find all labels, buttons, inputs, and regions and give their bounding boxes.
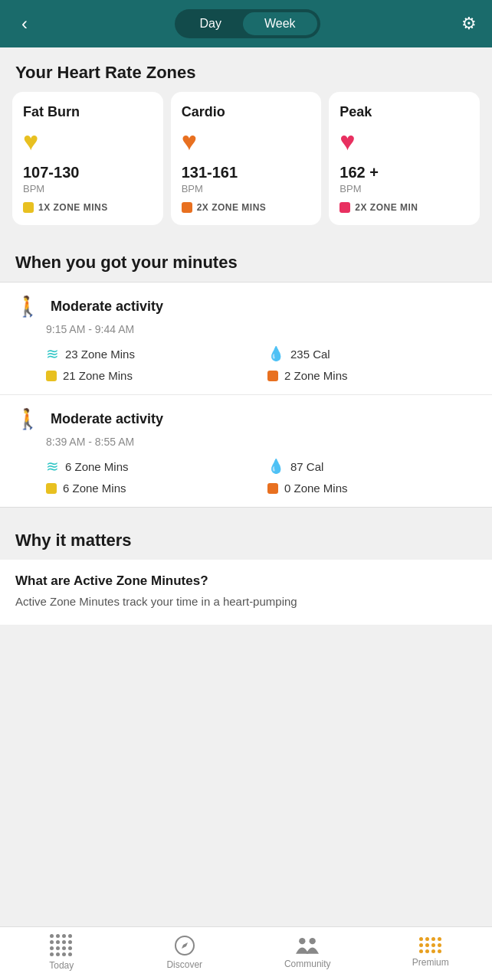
day-week-toggle: Day Week (175, 9, 320, 38)
yellow-sq-icon-2 (46, 483, 57, 494)
svg-point-3 (310, 938, 316, 944)
activity-2-title: Moderate activity (51, 411, 163, 427)
fat-burn-heart-icon: ♥ (23, 126, 153, 156)
stat-yellow-mins-2: 6 Zone Mins (46, 482, 255, 495)
svg-point-2 (299, 938, 305, 944)
activity-1-title: Moderate activity (51, 299, 163, 315)
stat-yellow-mins-1: 21 Zone Mins (46, 369, 255, 382)
cardio-bpm-label: BPM (182, 183, 311, 194)
wave-icon-2: ≋ (46, 457, 59, 475)
walk-icon-1: 🚶 (15, 295, 40, 318)
stat-orange-mins-2: 0 Zone Mins (267, 482, 477, 495)
activity-2-stats: ≋ 6 Zone Mins 💧 87 Cal 6 Zone Mins 0 Zon… (46, 457, 477, 495)
cardio-bpm: 131-161 (182, 164, 311, 181)
activity-2-header: 🚶 Moderate activity (15, 407, 477, 431)
peak-bpm: 162 + (339, 164, 469, 181)
drop-icon-1: 💧 (267, 345, 284, 362)
cardio-heart-icon: ♥ (182, 126, 311, 156)
activity-item-2: 🚶 Moderate activity 8:39 AM - 8:55 AM ≋ … (0, 395, 492, 507)
drop-icon-2: 💧 (267, 458, 284, 475)
nav-community-label: Community (284, 959, 331, 969)
fat-burn-bpm: 107-130 (23, 164, 153, 181)
cardio-dot (182, 202, 192, 213)
premium-icon (419, 937, 442, 954)
activity-section: 🚶 Moderate activity 9:15 AM - 9:44 AM ≋ … (0, 283, 492, 507)
activity-1-stats: ≋ 23 Zone Mins 💧 235 Cal 21 Zone Mins 2 … (46, 345, 477, 382)
why-it-matters-section: Why it matters What are Active Zone Minu… (0, 508, 492, 625)
nav-today-label: Today (49, 960, 74, 971)
stat-orange-mins-1: 2 Zone Mins (267, 369, 477, 382)
orange-sq-icon-2 (267, 483, 278, 494)
svg-marker-1 (182, 942, 188, 949)
fat-burn-bpm-label: BPM (23, 183, 153, 194)
header: ‹ Day Week ⚙ (0, 0, 492, 47)
cardio-title: Cardio (182, 104, 311, 120)
stat-orange-mins-2-value: 0 Zone Mins (284, 482, 348, 495)
faq-title: What are Active Zone Minutes? (15, 573, 477, 589)
nav-discover-label: Discover (166, 959, 202, 970)
activity-1-header: 🚶 Moderate activity (15, 295, 477, 318)
stat-orange-mins-1-value: 2 Zone Mins (284, 369, 348, 382)
nav-item-community[interactable]: Community (246, 936, 369, 969)
zone-cards-container: Fat Burn ♥ 107-130 BPM 1X ZONE MINS Card… (0, 92, 492, 237)
peak-bpm-label: BPM (339, 183, 469, 194)
nav-premium-label: Premium (412, 957, 449, 968)
nav-item-today[interactable]: Today (0, 934, 123, 971)
fat-burn-zone-mins: 1X ZONE MINS (23, 202, 153, 213)
faq-section: What are Active Zone Minutes? Active Zon… (0, 560, 492, 625)
peak-dot (339, 202, 350, 213)
fat-burn-title: Fat Burn (23, 104, 153, 120)
stat-cal-2: 💧 87 Cal (267, 457, 477, 475)
fat-burn-zone-mins-label: 1X ZONE MINS (38, 202, 108, 213)
cardio-zone-mins: 2X ZONE MINS (182, 202, 311, 213)
stat-cal-2-value: 87 Cal (290, 460, 323, 473)
wave-icon-1: ≋ (46, 345, 59, 363)
back-button[interactable]: ‹ (15, 10, 34, 38)
faq-text: Active Zone Minutes track your time in a… (15, 593, 477, 611)
walk-icon-2: 🚶 (15, 407, 40, 431)
cardio-zone-mins-label: 2X ZONE MINS (197, 202, 267, 213)
nav-item-discover[interactable]: Discover (123, 935, 247, 970)
heart-rate-zones-title: Your Heart Rate Zones (0, 47, 492, 92)
when-you-got-minutes-title: When you got your minutes (0, 237, 492, 282)
stat-zone-mins-1-value: 23 Zone Mins (65, 348, 135, 361)
settings-icon[interactable]: ⚙ (461, 14, 477, 34)
stat-zone-mins-2-value: 6 Zone Mins (65, 460, 129, 473)
community-icon (296, 936, 319, 956)
discover-icon (174, 935, 195, 956)
activity-2-time: 8:39 AM - 8:55 AM (46, 436, 477, 448)
yellow-sq-icon-1 (46, 371, 57, 381)
stat-cal-1: 💧 235 Cal (267, 345, 477, 363)
fat-burn-dot (23, 202, 34, 213)
fat-burn-card[interactable]: Fat Burn ♥ 107-130 BPM 1X ZONE MINS (12, 92, 163, 225)
activity-1-time: 9:15 AM - 9:44 AM (46, 323, 477, 335)
bottom-nav: Today Discover Community Premium (0, 926, 492, 980)
activity-item-1: 🚶 Moderate activity 9:15 AM - 9:44 AM ≋ … (0, 283, 492, 395)
stat-zone-mins-1: ≋ 23 Zone Mins (46, 345, 255, 363)
why-it-matters-title: Why it matters (0, 515, 492, 560)
peak-card[interactable]: Peak ♥ 162 + BPM 2X ZONE MIN (329, 92, 480, 225)
cardio-card[interactable]: Cardio ♥ 131-161 BPM 2X ZONE MINS (171, 92, 322, 225)
stat-cal-1-value: 235 Cal (290, 348, 330, 361)
peak-title: Peak (339, 104, 469, 120)
stat-yellow-mins-2-value: 6 Zone Mins (63, 482, 126, 495)
week-toggle-button[interactable]: Week (243, 12, 317, 35)
day-toggle-button[interactable]: Day (178, 12, 242, 35)
peak-zone-mins: 2X ZONE MIN (339, 202, 469, 213)
stat-zone-mins-2: ≋ 6 Zone Mins (46, 457, 255, 475)
peak-heart-icon: ♥ (339, 126, 469, 156)
main-content: Your Heart Rate Zones Fat Burn ♥ 107-130… (0, 47, 492, 926)
stat-yellow-mins-1-value: 21 Zone Mins (63, 369, 133, 382)
peak-zone-mins-label: 2X ZONE MIN (355, 202, 418, 213)
today-icon (50, 934, 73, 957)
orange-sq-icon-1 (267, 371, 278, 381)
nav-item-premium[interactable]: Premium (369, 937, 493, 968)
